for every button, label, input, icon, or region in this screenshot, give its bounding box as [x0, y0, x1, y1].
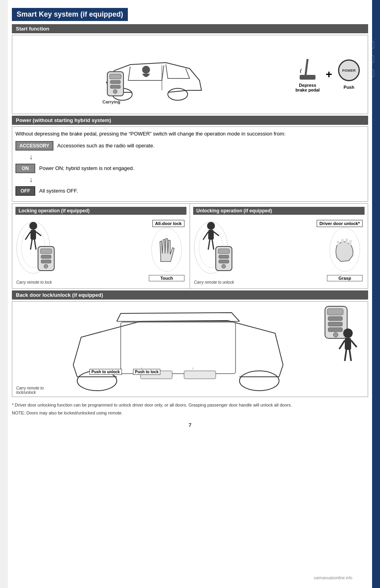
brake-pedal-svg	[298, 57, 317, 81]
svg-line-42	[350, 240, 351, 245]
main-title: Smart Key system (if equipped)	[12, 8, 368, 23]
grasp-hand-svg	[327, 226, 363, 277]
locking-section: Locking operation (if equipped)	[12, 204, 190, 288]
start-function-section: Start function	[12, 24, 368, 114]
mode-arrow-1: ↓	[29, 153, 365, 161]
accessory-badge: ACCESSORY	[15, 141, 53, 151]
svg-line-31	[208, 240, 210, 250]
footer-notes: * Driver door unlocking function can be …	[12, 400, 368, 418]
unlocking-header: Unlocking operation (if equipped)	[193, 207, 365, 215]
svg-line-32	[212, 240, 214, 250]
on-desc: Power ON; hybrid system is not engaged.	[39, 165, 365, 171]
mode-arrow-2: ↓	[29, 176, 365, 184]
carry-to-unlock-label: Carry remote to unlock	[194, 280, 234, 284]
svg-line-9	[306, 59, 308, 75]
page-content: Smart Key system (if equipped) Start fun…	[8, 0, 372, 588]
accessory-desc: Accessories such as the radio will opera…	[57, 143, 365, 149]
unlocking-section: Unlocking operation (if equipped)	[190, 204, 368, 288]
push-label: Push	[344, 85, 354, 90]
on-mode-row: ON Power ON; hybrid system is not engage…	[15, 164, 365, 173]
off-badge: OFF	[15, 186, 35, 196]
watermark: carmanualsonline.info	[314, 576, 352, 580]
svg-rect-52	[328, 317, 342, 321]
svg-line-30	[214, 232, 219, 236]
svg-text:↑: ↑	[192, 367, 194, 370]
push-to-unlock-label: Push to unlock	[89, 369, 122, 375]
svg-rect-20	[40, 249, 52, 254]
svg-rect-14	[30, 230, 36, 240]
svg-rect-28	[208, 230, 214, 240]
back-door-header: Back door lock/unlock (if equipped)	[12, 290, 368, 300]
svg-point-56	[343, 328, 353, 338]
all-door-lock-label: All-door lock	[152, 220, 184, 227]
push-to-lock-label: Push to lock	[133, 369, 160, 375]
back-door-section: Back door lock/unlock (if equipped)	[12, 290, 368, 397]
touch-hand-svg	[149, 226, 184, 277]
svg-line-60	[345, 350, 346, 361]
svg-line-58	[339, 340, 345, 349]
svg-point-13	[29, 222, 37, 230]
off-mode-row: OFF All systems OFF.	[15, 186, 365, 196]
svg-point-44	[239, 371, 279, 391]
back-door-illustration: ↑ ↑	[12, 302, 368, 397]
start-function-header: Start function	[12, 24, 368, 33]
svg-point-27	[207, 222, 215, 230]
car-illustration: Carrying	[16, 43, 292, 106]
svg-point-37	[222, 264, 226, 268]
svg-point-8	[113, 90, 117, 94]
svg-rect-36	[219, 260, 229, 263]
power-without-starting-section: Power (without starting hybrid system) W…	[12, 116, 368, 202]
footnote-2: NOTE: Doors may also be locked/unlocked …	[12, 410, 368, 416]
brake-pedal-step: Depress brake pedal	[296, 57, 320, 92]
key-fob-svg	[106, 71, 124, 97]
svg-point-3	[142, 66, 150, 74]
svg-rect-21	[41, 255, 51, 258]
svg-rect-10	[300, 75, 315, 80]
carry-to-lock-label: Carry remote to lock	[16, 280, 52, 284]
svg-line-59	[351, 340, 357, 347]
back-door-svg: ↑ ↑	[61, 305, 319, 393]
driver-door-unlock-label: Driver door unlock*	[317, 220, 363, 227]
svg-rect-51	[327, 309, 343, 315]
footnote-1: * Driver door unlocking function can be …	[12, 402, 368, 409]
start-function-illustration: Carrying	[12, 35, 368, 114]
depress-label: Depress brake pedal	[296, 83, 320, 92]
svg-point-1	[168, 88, 188, 100]
back-door-person	[332, 325, 364, 385]
page-number: 7	[12, 422, 368, 428]
unlocking-key-fob	[215, 246, 233, 271]
unlocking-illustration: Grasp Driver door unlock* Carry remote t…	[193, 218, 365, 285]
svg-rect-57	[345, 338, 351, 350]
power-button-step: POWER Push	[338, 59, 360, 90]
lock-unlock-grid: Locking operation (if equipped)	[12, 203, 368, 289]
power-without-starting-header: Power (without starting hybrid system)	[12, 116, 368, 125]
svg-rect-7	[110, 85, 120, 88]
power-steps: Depress brake pedal + POWER Push	[292, 53, 364, 96]
svg-rect-35	[219, 255, 229, 258]
on-badge: ON	[15, 164, 35, 173]
svg-line-61	[350, 350, 351, 361]
svg-rect-22	[41, 260, 51, 263]
svg-rect-6	[110, 80, 120, 84]
svg-line-17	[30, 240, 32, 250]
power-mode-box: Without depressing the brake pedal, pres…	[12, 126, 368, 202]
svg-line-29	[203, 232, 208, 240]
off-desc: All systems OFF.	[39, 188, 365, 194]
svg-rect-45	[121, 322, 236, 374]
back-door-box: ↑ ↑	[12, 301, 368, 397]
locking-illustration: Touch All-door lock Carry remote to lock	[15, 218, 186, 285]
accessory-mode-row: ACCESSORY Accessories such as the radio …	[15, 141, 365, 151]
carrying-label: Carrying	[103, 99, 120, 104]
svg-rect-47	[184, 371, 216, 379]
svg-line-16	[36, 232, 41, 236]
svg-line-40	[342, 239, 343, 244]
svg-point-23	[44, 264, 48, 268]
carry-to-lock-unlock-label: Carry remote to lock/unlock	[16, 386, 44, 395]
svg-line-15	[25, 232, 30, 240]
svg-line-18	[34, 240, 36, 250]
plus-sign: +	[326, 68, 332, 81]
svg-rect-5	[110, 74, 121, 79]
svg-line-39	[338, 241, 339, 246]
power-button-icon: POWER	[338, 59, 360, 81]
svg-rect-34	[218, 249, 230, 254]
